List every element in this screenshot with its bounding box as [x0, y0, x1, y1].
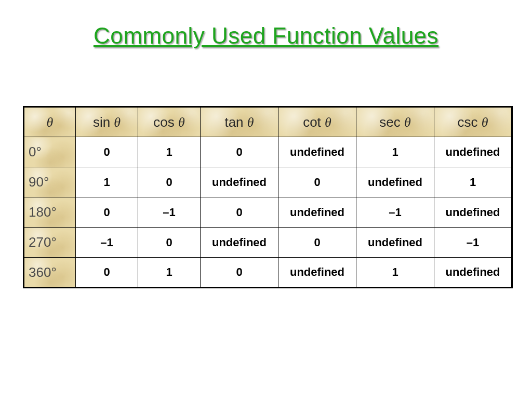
cell-csc: 1: [434, 167, 512, 197]
row-angle: 270°: [24, 228, 76, 258]
cell-cot: undefined: [278, 137, 356, 167]
cell-cot: undefined: [278, 258, 356, 288]
cell-csc: undefined: [434, 197, 512, 228]
header-cot: cot θ: [278, 107, 356, 137]
table-row: 0° 0 1 0 undefined 1 undefined: [24, 137, 512, 167]
table-row: 90° 1 0 undefined 0 undefined 1: [24, 167, 512, 197]
header-theta: θ: [47, 115, 54, 130]
header-sin: sin θ: [76, 107, 138, 137]
cell-cot: undefined: [278, 197, 356, 228]
cell-sec: undefined: [356, 167, 434, 197]
row-angle: 360°: [24, 258, 76, 288]
cell-cot: 0: [278, 228, 356, 258]
cell-csc: –1: [434, 228, 512, 258]
row-angle: 90°: [24, 167, 76, 197]
cell-cos: –1: [138, 197, 201, 228]
cell-sin: –1: [76, 228, 138, 258]
cell-sec: 1: [356, 258, 434, 288]
cell-tan: undefined: [201, 228, 278, 258]
cell-sec: undefined: [356, 228, 434, 258]
cell-sin: 0: [76, 258, 138, 288]
page-title: Commonly Used Function Values: [0, 0, 532, 49]
table-row: 180° 0 –1 0 undefined –1 undefined: [24, 197, 512, 228]
cell-cos: 1: [138, 258, 201, 288]
cell-cos: 1: [138, 137, 201, 167]
table-row: 270° –1 0 undefined 0 undefined –1: [24, 228, 512, 258]
header-sec: sec θ: [356, 107, 434, 137]
row-angle: 0°: [24, 137, 76, 167]
cell-sin: 0: [76, 137, 138, 167]
cell-cot: 0: [278, 167, 356, 197]
cell-tan: 0: [201, 197, 278, 228]
cell-tan: 0: [201, 137, 278, 167]
cell-cos: 0: [138, 167, 201, 197]
cell-sin: 1: [76, 167, 138, 197]
cell-tan: 0: [201, 258, 278, 288]
cell-sec: –1: [356, 197, 434, 228]
trig-values-table-container: θ sin θ cos θ tan θ cot θ sec θ csc θ 0°…: [23, 106, 511, 288]
cell-csc: undefined: [434, 258, 512, 288]
cell-sin: 0: [76, 197, 138, 228]
trig-values-table: θ sin θ cos θ tan θ cot θ sec θ csc θ 0°…: [23, 106, 513, 288]
header-tan: tan θ: [201, 107, 278, 137]
cell-tan: undefined: [201, 167, 278, 197]
header-cos: cos θ: [138, 107, 201, 137]
table-header-row: θ sin θ cos θ tan θ cot θ sec θ csc θ: [24, 107, 512, 137]
row-angle: 180°: [24, 197, 76, 228]
table-row: 360° 0 1 0 undefined 1 undefined: [24, 258, 512, 288]
slide: Commonly Used Function Values θ sin θ co…: [0, 0, 532, 399]
cell-sec: 1: [356, 137, 434, 167]
cell-csc: undefined: [434, 137, 512, 167]
cell-cos: 0: [138, 228, 201, 258]
header-csc: csc θ: [434, 107, 512, 137]
